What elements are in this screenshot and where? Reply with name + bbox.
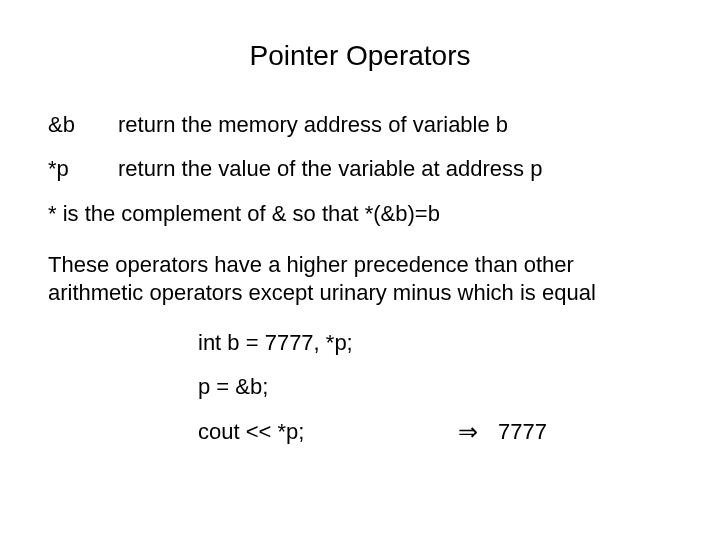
code-result: 7777 xyxy=(498,419,547,445)
slide-title: Pointer Operators xyxy=(48,40,672,72)
operator-description: return the value of the variable at addr… xyxy=(118,156,542,182)
code-line: cout << *p; xyxy=(198,419,438,445)
precedence-note: These operators have a higher precedence… xyxy=(48,251,672,308)
operator-symbol: *p xyxy=(48,156,118,182)
complement-note: * is the complement of & so that *(&b)=b xyxy=(48,200,672,229)
operator-def-row: &b return the memory address of variable… xyxy=(48,112,672,138)
code-line: p = &b; xyxy=(198,374,672,400)
code-output-row: cout << *p; ⇒ 7777 xyxy=(198,418,672,446)
operator-def-row: *p return the value of the variable at a… xyxy=(48,156,672,182)
operator-description: return the memory address of variable b xyxy=(118,112,508,138)
operator-symbol: &b xyxy=(48,112,118,138)
code-line: int b = 7777, *p; xyxy=(198,330,672,356)
arrow-icon: ⇒ xyxy=(438,418,498,446)
code-example: int b = 7777, *p; p = &b; cout << *p; ⇒ … xyxy=(198,330,672,446)
